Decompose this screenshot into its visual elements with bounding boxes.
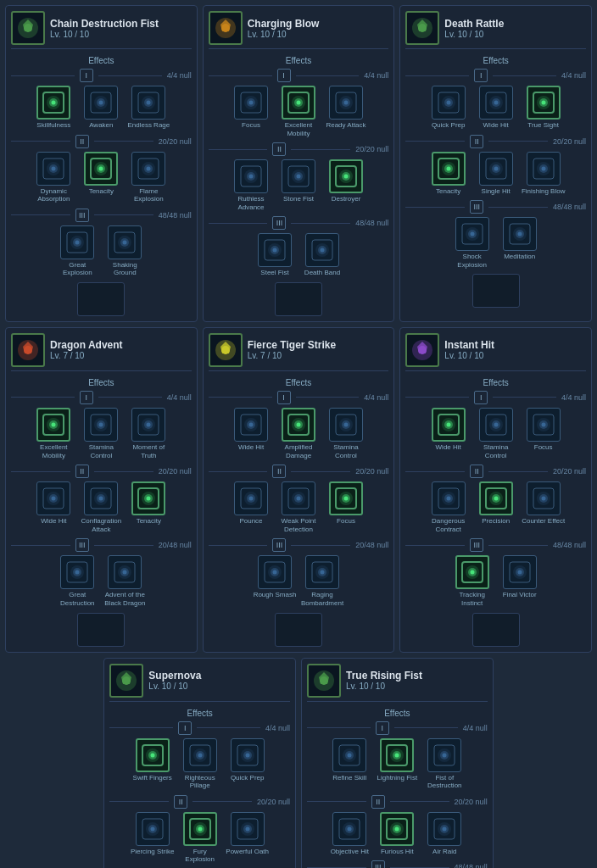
- skill-row: Swift Fingers Righteous Pillage Quick Pr…: [109, 738, 290, 790]
- skill-icon[interactable]: [329, 159, 363, 193]
- unlock-box[interactable]: [472, 613, 520, 647]
- tier-line: [192, 801, 252, 802]
- tier-header: II 20/20 null: [109, 795, 290, 809]
- skill-icon[interactable]: [380, 812, 414, 846]
- skill-icon[interactable]: [36, 481, 70, 515]
- skill-icon[interactable]: [282, 408, 315, 442]
- skill-icon[interactable]: [234, 159, 268, 193]
- skill-icon[interactable]: [234, 408, 268, 442]
- skill-icon[interactable]: [305, 555, 339, 589]
- skill-icon[interactable]: [527, 86, 561, 120]
- skill-label: Air Raid: [432, 848, 456, 856]
- skill-icon[interactable]: [36, 152, 70, 186]
- skill-icon[interactable]: [84, 152, 118, 186]
- skill-icon[interactable]: [60, 555, 94, 589]
- skill-label: Wide Hit: [238, 443, 264, 452]
- skill-icon[interactable]: [329, 481, 363, 515]
- tier-count: 48/48 null: [159, 211, 192, 220]
- unlock-box[interactable]: [77, 613, 125, 647]
- skill-icon[interactable]: [183, 812, 217, 846]
- tier-count: 48/48 null: [355, 219, 388, 227]
- skill-icon[interactable]: [455, 555, 489, 589]
- skill-icon[interactable]: [503, 217, 537, 251]
- skill-icon[interactable]: [108, 225, 142, 259]
- skill-icon[interactable]: [432, 152, 466, 186]
- skill-icon[interactable]: [36, 86, 70, 120]
- skill-icon[interactable]: [131, 481, 165, 515]
- tier-line: [209, 471, 268, 472]
- skill-icon[interactable]: [432, 86, 466, 120]
- skill-icon[interactable]: [258, 233, 292, 267]
- skill-icon[interactable]: [136, 812, 170, 846]
- skill-icon[interactable]: [36, 408, 70, 442]
- skill-icon[interactable]: [231, 812, 265, 846]
- svg-point-84: [541, 101, 545, 105]
- skill-icon[interactable]: [479, 86, 513, 120]
- skill-icon[interactable]: [305, 233, 339, 267]
- skill-icon[interactable]: [527, 481, 561, 515]
- unlock-box[interactable]: [472, 274, 520, 308]
- skill-icon[interactable]: [329, 408, 363, 442]
- skill-icon[interactable]: [234, 481, 268, 515]
- skill-label: Rough Smash: [254, 591, 297, 599]
- skill-icon[interactable]: [427, 812, 461, 846]
- tier-line: [94, 545, 153, 546]
- skill-icon[interactable]: [455, 217, 489, 251]
- tier-line: [209, 397, 272, 398]
- skill-icon[interactable]: [84, 481, 118, 515]
- unlock-box[interactable]: [77, 282, 125, 316]
- skill-icon[interactable]: [183, 738, 217, 772]
- tier-header: III 48/48 null: [405, 538, 586, 552]
- skill-icon[interactable]: [84, 86, 118, 120]
- unlock-box[interactable]: [275, 282, 322, 316]
- tier-count: 20/20 null: [355, 467, 388, 476]
- skill-icon[interactable]: [84, 408, 118, 442]
- tier-line: [11, 141, 70, 142]
- tier-count: 20/20 null: [553, 467, 586, 476]
- skill-icon[interactable]: [527, 152, 561, 186]
- skill-icon[interactable]: [332, 812, 366, 846]
- skill-icon[interactable]: [131, 408, 165, 442]
- skill-icon[interactable]: [329, 86, 363, 120]
- card-info: Dragon Advent Lv. 7 / 10: [50, 339, 123, 360]
- skill-icon[interactable]: [427, 738, 461, 772]
- skill-icon[interactable]: [231, 738, 265, 772]
- skill-icon[interactable]: [258, 555, 292, 589]
- skill-icon[interactable]: [479, 408, 513, 442]
- skill-icon[interactable]: [380, 738, 414, 772]
- tier-roman: II: [470, 465, 483, 478]
- skill-icon[interactable]: [282, 481, 315, 515]
- skill-icon[interactable]: [131, 152, 165, 186]
- skill-item: Quick Prep: [427, 86, 471, 130]
- skill-icon[interactable]: [527, 408, 561, 442]
- skill-item: Steel Fist: [253, 233, 297, 277]
- skill-icon[interactable]: [60, 225, 94, 259]
- skill-icon[interactable]: [131, 86, 165, 120]
- skill-label: Furious Hit: [381, 848, 414, 856]
- skill-row: Wide Hit Amplified Damage Stamina Contro…: [209, 408, 389, 459]
- skill-icon[interactable]: [136, 738, 170, 772]
- skill-row-row3: Supernova Lv. 10 / 10 Effects I 4/4 null…: [5, 658, 592, 868]
- tier-count: 20/48 null: [159, 541, 192, 549]
- skill-icon[interactable]: [282, 86, 315, 120]
- card-title: Supernova: [148, 670, 201, 682]
- skill-icon[interactable]: [234, 86, 268, 120]
- skill-icon[interactable]: [503, 555, 537, 589]
- skill-row-row2: Dragon Advent Lv. 7 / 10 Effects I 4/4 n…: [5, 327, 592, 653]
- card-header: Charging Blow Lv. 10 / 10: [209, 11, 389, 49]
- skill-icon[interactable]: [108, 555, 142, 589]
- skill-label: Tenacity: [436, 187, 460, 196]
- skill-icon[interactable]: [332, 738, 366, 772]
- tier-section: III 48/48 null Shock Explosion Meditatio…: [405, 200, 586, 269]
- skill-icon[interactable]: [432, 408, 466, 442]
- skill-icon[interactable]: [282, 159, 315, 193]
- skill-icon[interactable]: [479, 152, 513, 186]
- svg-point-201: [541, 497, 545, 501]
- skill-icon[interactable]: [432, 481, 466, 515]
- svg-point-49: [344, 101, 349, 105]
- tier-line: [11, 545, 70, 546]
- svg-point-232: [198, 826, 202, 831]
- skill-label: Quick Prep: [432, 121, 466, 130]
- skill-icon[interactable]: [479, 481, 513, 515]
- unlock-box[interactable]: [275, 613, 322, 647]
